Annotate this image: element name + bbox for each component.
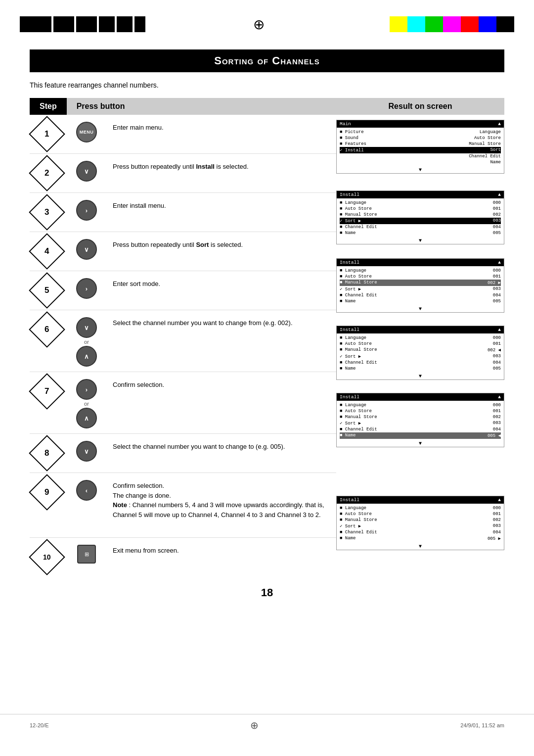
step-row-8: 8 ∨ Select the channel number you want t… — [30, 434, 336, 472]
right-button-7[interactable]: › — [76, 379, 97, 400]
step-num-8: 8 — [30, 439, 64, 468]
menu-item: ■ Channel Edit004 — [340, 360, 501, 366]
step-btn-8: ∨ — [64, 439, 109, 462]
menu-item: ■ PictureLanguage — [340, 129, 501, 135]
result-panel-1: Main▲ ■ PictureLanguage ■ SoundAuto Stor… — [336, 120, 504, 174]
page-title: Sorting of Channels — [40, 54, 494, 67]
menu-item: ■ Name005 ▶ — [340, 535, 501, 542]
menu-item: ■ Auto Store001 — [340, 274, 501, 280]
result-panel-6: Install▲ ■ Language000 ■ Auto Store001 ■… — [336, 496, 504, 550]
result-panel-3: Install▲ ■ Language000 ■ Auto Store001 ■… — [336, 258, 504, 313]
result-panel-4: Install▲ ■ Language000 ■ Auto Store001 ■… — [336, 326, 504, 380]
step-desc-8: Select the channel number you want to ch… — [109, 439, 336, 455]
color-bar-magenta — [443, 16, 461, 32]
color-bar-yellow — [390, 16, 407, 32]
step-btn-9: ‹ — [64, 478, 109, 501]
menu-button[interactable]: MENU — [76, 122, 97, 142]
menu-item: ■ Name005 — [340, 298, 501, 304]
result-body-1: ■ PictureLanguage ■ SoundAuto Store ■ Fe… — [337, 128, 504, 167]
color-bar-white — [372, 16, 390, 32]
color-bar-red — [461, 16, 479, 32]
step-row-10: 10 ⊞ Exit menu from screen. — [30, 538, 336, 576]
down-button-4[interactable]: ∨ — [76, 239, 97, 260]
header-row: Step Press button Result on screen — [30, 98, 504, 115]
menu-item-selected: ✓ Sort ▶003 — [340, 218, 501, 224]
up-button-7[interactable]: ∧ — [76, 408, 97, 428]
header-step: Step — [30, 98, 67, 115]
result-block-1: Main▲ ■ PictureLanguage ■ SoundAuto Stor… — [336, 115, 504, 180]
header-press: Press button — [67, 98, 336, 115]
result-spacer-2 — [336, 180, 504, 188]
steps-area: 1 MENU Enter main menu. 2 — [30, 115, 504, 576]
step-row-7: 7 › or ∧ Confirm selection. — [30, 372, 336, 433]
step-row-2: 2 ∨ Press button repeatedly until Instal… — [30, 154, 336, 192]
down-button-6[interactable]: ∨ — [76, 317, 97, 338]
result-block-5: Install▲ ■ Language000 ■ Auto Store001 ■… — [336, 390, 504, 453]
menu-item: ■ Channel Edit004 — [340, 292, 501, 298]
step-row-3: 3 › Enter install menu. — [30, 193, 336, 232]
result-spacer-5 — [336, 250, 504, 255]
header-result: Result on screen — [336, 98, 504, 115]
menu-item: ■ Channel Edit004 — [340, 529, 501, 535]
step-num-6: 6 — [30, 315, 64, 344]
menu-item-selected: ✓ InstallSort — [340, 147, 501, 153]
menu-item: ■ Language000 — [340, 200, 501, 206]
step-row-4: 4 ∨ Press button repeatedly until Sort i… — [30, 232, 336, 271]
color-bar-blue — [479, 16, 496, 32]
step-row-6: 6 ∨ or ∧ Select the channel number you w… — [30, 310, 336, 372]
menu-item: ■ Name005 — [340, 366, 501, 372]
black-bar-2 — [53, 16, 74, 32]
step-num-1: 1 — [30, 120, 64, 148]
menu-item: ■ Manual Store002 — [340, 414, 501, 420]
result-block-4: Install▲ ■ Language000 ■ Auto Store001 ■… — [336, 323, 504, 386]
step-desc-5: Enter sort mode. — [109, 276, 336, 292]
step-num-9: 9 — [30, 478, 64, 507]
top-bar-area: ⊕ — [0, 0, 534, 40]
ok-button-10[interactable]: ⊞ — [77, 545, 96, 564]
color-bar-green — [425, 16, 443, 32]
step-row-1: 1 MENU Enter main menu. — [30, 115, 336, 153]
right-button-5[interactable]: › — [76, 278, 97, 299]
left-button-9[interactable]: ‹ — [76, 480, 97, 501]
color-bars — [372, 16, 514, 32]
step-row-9: 9 ‹ Confirm selection. The change is don… — [30, 473, 336, 537]
page-footer: 12-20/E ⊕ 24/9/01, 11:52 am — [0, 714, 534, 736]
step-diamond-1: 1 — [33, 120, 61, 148]
menu-item: ■ FeaturesManual Store — [340, 141, 501, 147]
footer-right: 24/9/01, 11:52 am — [460, 722, 504, 728]
black-bars — [20, 16, 145, 32]
down-button-2[interactable]: ∨ — [76, 161, 97, 182]
step-desc-10: Exit menu from screen. — [109, 543, 336, 559]
step-desc-9: Confirm selection. The change is done. N… — [109, 478, 336, 522]
result-header-1: Main▲ — [337, 120, 504, 128]
menu-item: ■ Channel Edit004 — [340, 426, 501, 432]
menu-item: ■ Auto Store001 — [340, 408, 501, 414]
result-block-2: Install▲ ■ Language000 ■ Auto Store001 ■… — [336, 188, 504, 250]
subtitle: This feature rearranges channel numbers. — [30, 81, 504, 89]
right-button-3[interactable]: › — [76, 200, 97, 221]
up-button-6[interactable]: ∧ — [76, 346, 97, 367]
step-desc-7: Confirm selection. — [109, 377, 336, 393]
step-num-3: 3 — [30, 198, 64, 227]
crosshair-bottom: ⊕ — [250, 719, 259, 731]
black-bar-3 — [76, 16, 97, 32]
menu-item: ■ Auto Store001 — [340, 511, 501, 517]
result-block-6: Install▲ ■ Language000 ■ Auto Store001 ■… — [336, 493, 504, 556]
step-desc-4: Press button repeatedly until Sort is se… — [109, 237, 336, 253]
down-button-8[interactable]: ∨ — [76, 441, 97, 462]
or-text-6: or — [84, 339, 89, 345]
step-btn-6: ∨ or ∧ — [64, 315, 109, 367]
menu-item: ■ Channel Edit004 — [340, 224, 501, 230]
menu-item: ■ Manual Store002 ◀ — [340, 347, 501, 353]
steps-left: 1 MENU Enter main menu. 2 — [30, 115, 336, 576]
menu-item-highlighted: ■ Name005 ◀ — [340, 432, 501, 439]
page-number: 18 — [30, 586, 504, 599]
menu-item: ■ Language000 — [340, 505, 501, 511]
menu-item: ■ Language000 — [340, 268, 501, 274]
step-btn-5: › — [64, 276, 109, 299]
menu-item-highlighted: ■ Manual Store002 ▶ — [340, 280, 501, 286]
step-num-2: 2 — [30, 159, 64, 188]
result-panel-2: Install▲ ■ Language000 ■ Auto Store001 ■… — [336, 190, 504, 244]
menu-item: ✓ Sort ▶003 — [340, 286, 501, 292]
result-block-3: Install▲ ■ Language000 ■ Auto Store001 ■… — [336, 255, 504, 319]
